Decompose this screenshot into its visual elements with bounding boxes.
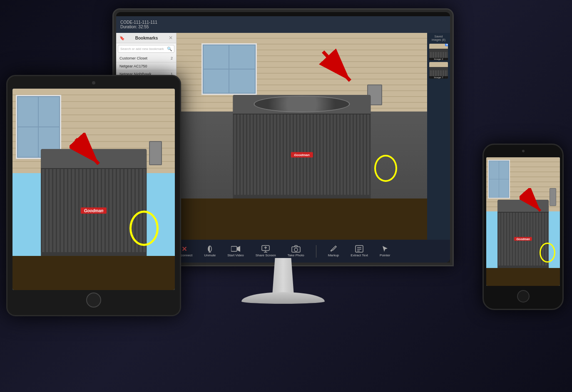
saved-images-panel: Savedimages (8) 8 Image 2 [427,33,450,240]
tablet-home-button[interactable] [86,293,101,308]
tablet-camera [92,81,95,84]
bookmarks-title: Bookmarks [135,36,158,40]
bookmarks-header: 🔖 Bookmarks ✕ [116,33,176,43]
saved-badge: 8 [445,44,448,46]
phone-hvac-brand: Goodman [514,237,532,241]
hvac-main-image: Goodman [177,33,427,240]
tablet-ground [12,256,175,290]
phone-hvac-unit: Goodman [497,200,549,270]
app-header: CODE-111-111-111 Duration: 32:55 [116,16,450,33]
tablet-hvac-unit: Goodman [41,149,147,260]
hvac-fan [254,96,350,112]
phone-screen: Goodman [486,157,560,286]
list-item[interactable]: Customer Closet 2 [116,55,176,62]
yellow-circle-annotation [374,155,397,182]
search-placeholder-text: Search or add new bookmark [120,47,164,51]
search-icon: 🔍 [167,47,172,51]
saved-images-title: Savedimages (8) [432,35,445,42]
tablet-hvac-brand: Goodman [81,207,107,213]
scene: CODE-111-111-111 Duration: 32:55 🔖 Bookm… [0,0,572,392]
bookmarks-search[interactable]: Search or add new bookmark 🔍 [118,45,174,53]
saved-thumbnail-1[interactable]: 8 Image 2 [429,44,448,60]
tablet-electrical-box [149,141,162,165]
app-code: CODE-111-111-111 [120,20,157,25]
phone-yellow-circle [540,243,555,263]
bookmark-label: Netgear AC1750 [119,64,147,68]
bookmark-count: 2 [171,56,173,60]
phone-camera [522,150,525,152]
bookmarks-close-icon[interactable]: ✕ [169,35,173,41]
phone-electrical-box [550,188,556,206]
app-duration: Duration: 32:55 [120,25,157,29]
ground-mulch [177,198,427,240]
bookmark-icon: 🔖 [119,36,124,40]
tablet-hvac-top [41,149,147,169]
tablet-hvac-image: Goodman [12,89,175,290]
phone-hvac-image: Goodman [486,157,560,286]
tablet-yellow-circle [129,211,159,246]
bookmark-label: Customer Closet [119,56,147,60]
hvac-grille: Goodman [233,114,371,195]
tablet-hvac-grille: Goodman [41,169,147,252]
saved-thumb-label-2: Image 7 [429,76,448,79]
main-image-area: Goodman [177,33,427,240]
tablet-screen: Goodman [12,89,175,290]
phone-ground [486,268,560,286]
phone-hvac-top [497,200,549,213]
monitor-neck [270,258,297,295]
list-item[interactable]: Netgear AC1750 [116,62,176,70]
saved-thumbnail-2[interactable]: Image 7 [429,62,448,79]
tablet: Goodman [6,75,181,316]
monitor-base [241,292,325,304]
hvac-brand: Goodman [291,152,313,157]
saved-thumb-label: Image 2 [429,58,448,60]
phone-window [488,160,510,198]
phone-home-button[interactable] [517,290,530,303]
phone: Goodman [482,144,564,310]
hvac-top [233,95,371,114]
hvac-unit: Goodman [233,95,371,202]
window [201,43,256,95]
